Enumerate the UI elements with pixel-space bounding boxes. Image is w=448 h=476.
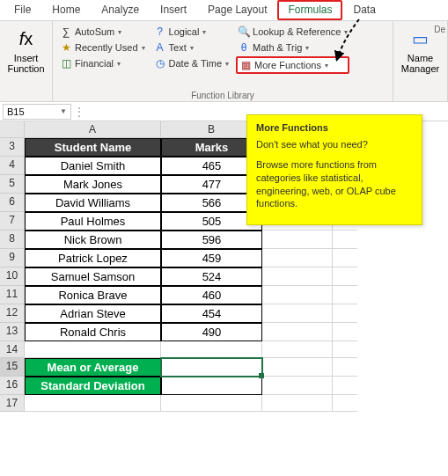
cell[interactable] xyxy=(25,395,161,412)
select-all-corner[interactable] xyxy=(0,121,25,138)
cell[interactable] xyxy=(262,323,333,341)
cell[interactable] xyxy=(333,358,357,377)
cell[interactable] xyxy=(262,286,333,304)
cell[interactable] xyxy=(262,358,333,377)
math-trig-button[interactable]: θMath & Trig▾ xyxy=(236,40,349,55)
row-header[interactable]: 12 xyxy=(0,304,25,323)
tooltip-line2: Browse more functions from categories li… xyxy=(256,158,413,210)
cell[interactable]: Samuel Samson xyxy=(25,267,161,286)
cell[interactable]: Mark Jones xyxy=(25,175,161,194)
cell[interactable] xyxy=(333,304,357,323)
row-header[interactable]: 5 xyxy=(0,175,25,194)
cell[interactable] xyxy=(333,323,357,341)
cell[interactable]: 460 xyxy=(161,286,262,304)
col-header-a[interactable]: A xyxy=(25,121,161,138)
row-header[interactable]: 4 xyxy=(0,157,25,175)
cell[interactable]: 490 xyxy=(161,323,262,341)
cell[interactable]: Mean or Average xyxy=(25,358,161,377)
more-icon: ▦ xyxy=(239,59,252,71)
cell[interactable]: Student Name xyxy=(25,138,161,157)
cell[interactable] xyxy=(262,395,333,412)
cell[interactable] xyxy=(161,377,262,395)
cell[interactable] xyxy=(262,304,333,323)
cell[interactable] xyxy=(262,231,333,249)
tab-page-layout[interactable]: Page Layout xyxy=(197,0,277,20)
row-header[interactable]: 8 xyxy=(0,231,25,249)
row-header[interactable]: 9 xyxy=(0,249,25,267)
cell[interactable] xyxy=(333,249,357,267)
more-functions-tooltip: More Functions Don't see what you need? … xyxy=(246,114,422,225)
cell[interactable] xyxy=(262,267,333,286)
theta-icon: θ xyxy=(238,41,250,54)
cell[interactable]: 454 xyxy=(161,304,262,323)
cell[interactable] xyxy=(333,286,357,304)
cell[interactable]: Ronica Brave xyxy=(25,286,161,304)
row-header[interactable]: 14 xyxy=(0,341,25,358)
cell[interactable]: Paul Holmes xyxy=(25,212,161,231)
row-header[interactable]: 15 xyxy=(0,358,25,377)
recently-used-button[interactable]: ★Recently Used▾ xyxy=(58,40,147,55)
row-header[interactable]: 13 xyxy=(0,323,25,341)
cell[interactable] xyxy=(333,267,357,286)
cell[interactable]: Standard Deviation xyxy=(25,377,161,395)
cell[interactable] xyxy=(262,341,333,358)
cell[interactable]: Patrick Lopez xyxy=(25,249,161,267)
name-box[interactable]: B15▼ xyxy=(3,104,71,120)
tag-icon: ▭ xyxy=(408,26,433,51)
lookup-reference-button[interactable]: 🔍Lookup & Reference▾ xyxy=(236,25,349,39)
cell[interactable]: Adrian Steve xyxy=(25,304,161,323)
cell[interactable] xyxy=(161,395,262,412)
cell[interactable]: Daniel Smith xyxy=(25,157,161,175)
tooltip-title: More Functions xyxy=(256,122,413,133)
tooltip-line1: Don't see what you need? xyxy=(256,138,413,151)
row-header[interactable]: 11 xyxy=(0,286,25,304)
fx-icon: fx xyxy=(14,26,39,51)
insert-function-button[interactable]: fx Insert Function xyxy=(5,25,47,76)
row-header[interactable]: 6 xyxy=(0,194,25,212)
row-header[interactable]: 16 xyxy=(0,377,25,395)
cell[interactable]: David Williams xyxy=(25,194,161,212)
question-icon: ? xyxy=(154,26,166,38)
logical-button[interactable]: ?Logical▾ xyxy=(152,25,231,39)
tabs-bar: File Home Analyze Insert Page Layout For… xyxy=(0,0,448,21)
chevron-down-icon: ▼ xyxy=(60,107,67,115)
cell[interactable] xyxy=(161,341,262,358)
cell[interactable] xyxy=(25,341,161,358)
tab-data[interactable]: Data xyxy=(342,0,386,20)
clock-icon: ◷ xyxy=(154,57,166,70)
ribbon: fx Insert Function ∑AutoSum▾ ★Recently U… xyxy=(0,21,448,102)
tab-home[interactable]: Home xyxy=(41,0,91,20)
selected-cell[interactable] xyxy=(161,358,262,377)
date-time-button[interactable]: ◷Date & Time▾ xyxy=(152,56,231,70)
star-icon: ★ xyxy=(60,41,72,54)
text-icon: A xyxy=(154,41,166,54)
cell[interactable]: 524 xyxy=(161,267,262,286)
cell[interactable]: Ronald Chris xyxy=(25,323,161,341)
cell[interactable] xyxy=(262,377,333,395)
row-header[interactable]: 10 xyxy=(0,267,25,286)
cell[interactable] xyxy=(333,395,357,412)
cell[interactable] xyxy=(333,341,357,358)
formula-bar-separator: ⋮ xyxy=(71,106,87,118)
tab-insert[interactable]: Insert xyxy=(150,0,197,20)
cell[interactable]: 459 xyxy=(161,249,262,267)
autosum-button[interactable]: ∑AutoSum▾ xyxy=(58,25,147,39)
cell[interactable] xyxy=(262,249,333,267)
more-functions-button[interactable]: ▦More Functions▾ xyxy=(236,56,349,74)
money-icon: ◫ xyxy=(60,57,72,70)
cell[interactable] xyxy=(333,231,357,249)
tab-analyze[interactable]: Analyze xyxy=(91,0,150,20)
row-header[interactable]: 17 xyxy=(0,395,25,412)
cell[interactable]: 596 xyxy=(161,231,262,249)
text-button[interactable]: AText▾ xyxy=(152,40,231,55)
row-header[interactable]: 7 xyxy=(0,212,25,231)
tab-formulas[interactable]: Formulas xyxy=(277,0,342,20)
cell[interactable]: Nick Brown xyxy=(25,231,161,249)
cell[interactable] xyxy=(333,377,357,395)
define-name-partial: De xyxy=(434,25,445,34)
tab-file[interactable]: File xyxy=(4,0,41,20)
financial-button[interactable]: ◫Financial▾ xyxy=(58,56,147,70)
lookup-icon: 🔍 xyxy=(238,26,250,38)
sigma-icon: ∑ xyxy=(60,26,72,38)
row-header[interactable]: 3 xyxy=(0,138,25,157)
